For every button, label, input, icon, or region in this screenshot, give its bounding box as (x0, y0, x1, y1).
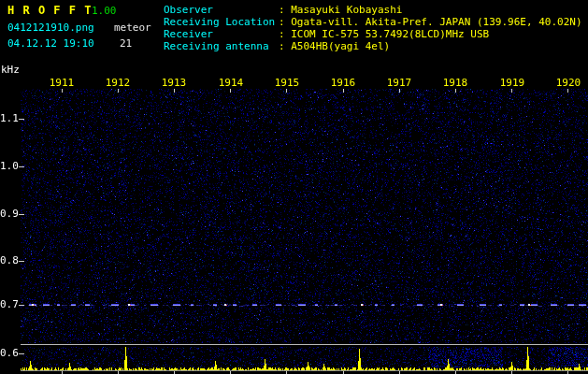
info-label: Receiver (164, 28, 279, 40)
y-tick-label: 1.1 (0, 112, 18, 124)
info-row-antenna: Receiving antenna : A504HB(yagi 4el) (164, 40, 586, 52)
x-tick-label: 1920 (550, 77, 587, 89)
output-filename: 0412121910.png (7, 22, 94, 34)
x-tick-label: 1911 (43, 77, 80, 89)
y-axis-unit-label: kHz (1, 64, 20, 76)
spectrogram-canvas (0, 0, 588, 374)
info-row-location: Receiving Location : Ogata-vill. Akita-P… (164, 16, 586, 28)
station-info: Observer : Masayuki Kobayashi Receiving … (164, 4, 586, 52)
y-tick-label: 0.6 (0, 347, 18, 359)
x-tick-label: 1918 (437, 77, 474, 89)
x-tick-label: 1914 (212, 77, 250, 89)
timestamp: 04.12.12 19:10 (7, 37, 94, 50)
info-row-receiver: Receiver : ICOM IC-575 53.7492(8LCD)MHz … (164, 28, 586, 40)
x-tick-label: 1912 (99, 77, 136, 89)
app-version: 1.00 (92, 5, 117, 17)
y-tick-label: 0.8 (0, 254, 18, 266)
y-tick-label: 0.7 (0, 298, 18, 310)
app-title: H R O F F T (7, 4, 92, 17)
info-value: : A504HB(yagi 4el) (279, 40, 390, 52)
info-label: Receiving antenna (164, 40, 279, 52)
info-value: : Masayuki Kobayashi (279, 4, 402, 16)
mode-label: meteor (114, 22, 151, 34)
x-tick-label: 1913 (155, 77, 193, 89)
x-tick-label: 1919 (494, 77, 531, 89)
y-tick-label: 0.9 (0, 208, 18, 220)
echo-count: 21 (120, 37, 132, 50)
info-value: : ICOM IC-575 53.7492(8LCD)MHz USB (279, 28, 489, 40)
info-row-observer: Observer : Masayuki Kobayashi (164, 4, 586, 16)
x-tick-label: 1915 (268, 77, 306, 89)
info-value: : Ogata-vill. Akita-Pref. JAPAN (139.96E… (279, 16, 582, 28)
info-label: Observer (164, 4, 279, 16)
y-tick-label: 1.0 (0, 160, 18, 172)
x-tick-label: 1916 (324, 77, 362, 89)
x-tick-label: 1917 (380, 77, 418, 89)
info-label: Receiving Location (164, 16, 279, 28)
